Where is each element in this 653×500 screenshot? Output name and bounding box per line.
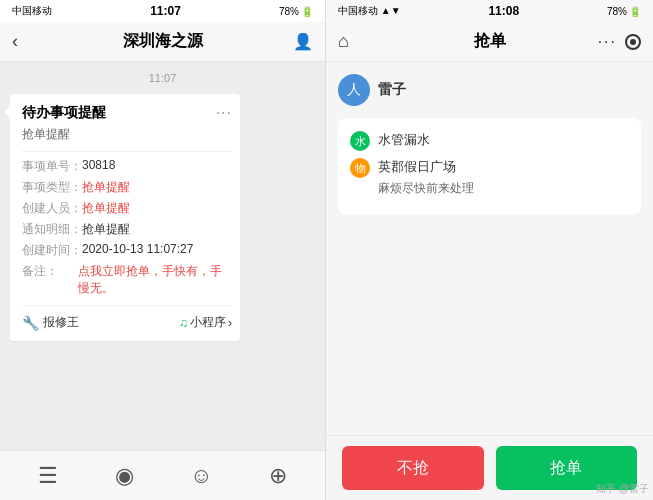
record-inner [630,39,636,45]
right-phone: 中国移动 ▲▼ 11:08 78% 🔋 ⌂ 抢单 ··· 人 雷子 [326,0,653,500]
field-value-creator: 抢单提醒 [82,200,232,217]
avatar-text: 人 [347,81,361,99]
right-nav-title: 抢单 [474,31,506,52]
right-battery: 78% 🔋 [607,6,641,17]
profile-icon[interactable]: 👤 [293,32,313,51]
mini-program-link[interactable]: ♫ 小程序 › [179,314,232,331]
field-label-order-no: 事项单号： [22,158,82,175]
arrow-icon: › [228,316,232,330]
home-icon[interactable]: ⌂ [338,31,349,52]
field-value-time: 2020-10-13 11:07:27 [82,242,232,259]
right-carrier: 中国移动 ▲▼ [338,4,401,18]
field-time: 创建时间： 2020-10-13 11:07:27 [22,242,232,259]
mini-program-label: 小程序 [190,314,226,331]
right-content: 人 雷子 水 水管漏水 物 英郡假日广场 麻烦尽快前来处理 [326,62,653,435]
message-bubble[interactable]: 待办事项提醒 ··· 抢单提醒 事项单号： 30818 事项类型： 抢单提醒 [10,94,240,341]
card-more-icon[interactable]: ··· [216,104,232,122]
info-row-2: 物 英郡假日广场 麻烦尽快前来处理 [350,157,629,197]
left-phone: 中国移动 11:07 78% 🔋 ‹ 深圳海之源 👤 11:07 待办事项提醒 … [0,0,326,500]
field-notice: 通知明细： 抢单提醒 [22,221,232,238]
left-battery: 78% 🔋 [279,6,313,17]
right-status-bar: 中国移动 ▲▼ 11:08 78% 🔋 [326,0,653,22]
right-time: 11:08 [488,4,519,18]
left-nav-bar: ‹ 深圳海之源 👤 [0,22,325,62]
field-order-no: 事项单号： 30818 [22,158,232,175]
right-nav-actions: ··· [598,33,641,51]
field-creator: 创建人员： 抢单提醒 [22,200,232,217]
field-value-order-no: 30818 [82,158,232,175]
location-text: 英郡假日广场 [378,157,474,177]
sound-icon[interactable]: ◉ [115,463,134,489]
reject-button[interactable]: 不抢 [342,446,484,490]
app-name: 报修王 [43,314,79,331]
user-avatar: 人 [338,74,370,106]
left-nav-title: 深圳海之源 [123,31,203,52]
field-type: 事项类型： 抢单提醒 [22,179,232,196]
left-carrier: 中国移动 [12,4,52,18]
chat-time-label: 11:07 [149,72,177,84]
message-row: 待办事项提醒 ··· 抢单提醒 事项单号： 30818 事项类型： 抢单提醒 [10,94,315,341]
add-icon[interactable]: ⊕ [269,463,287,489]
field-value-note: 点我立即抢单，手快有，手慢无。 [78,263,232,297]
field-label-time: 创建时间： [22,242,82,259]
card-header: 待办事项提醒 ··· [22,104,232,122]
note-text: 麻烦尽快前来处理 [378,179,474,197]
water-text: 水管漏水 [378,130,430,150]
back-button[interactable]: ‹ [12,31,18,52]
chat-body: 11:07 待办事项提醒 ··· 抢单提醒 事项单号： 30818 [0,62,325,450]
card-subtitle: 抢单提醒 [22,126,232,143]
todo-card[interactable]: 待办事项提醒 ··· 抢单提醒 事项单号： 30818 事项类型： 抢单提醒 [22,104,232,331]
field-label-type: 事项类型： [22,179,82,196]
card-divider [22,151,232,152]
field-value-notice: 抢单提醒 [82,221,232,238]
footer-app-label: 🔧 报修王 [22,314,79,331]
field-label-creator: 创建人员： [22,200,82,217]
left-time: 11:07 [150,4,181,18]
location-icon: 物 [350,158,370,178]
record-icon[interactable] [625,34,641,50]
field-label-note: 备注： [22,263,78,297]
field-label-notice: 通知明细： [22,221,82,238]
water-icon: 水 [350,131,370,151]
right-nav-bar: ⌂ 抢单 ··· [326,22,653,62]
card-title: 待办事项提醒 [22,104,106,122]
watermark: 知乎 @雷子 [596,482,649,496]
card-footer[interactable]: 🔧 报修王 ♫ 小程序 › [22,305,232,331]
field-note: 备注： 点我立即抢单，手快有，手慢无。 [22,263,232,297]
emoji-icon[interactable]: ☺ [190,463,212,489]
chat-toolbar: ☰ ◉ ☺ ⊕ [0,450,325,500]
mini-program-icon: ♫ [179,316,188,330]
more-icon[interactable]: ··· [598,33,617,51]
left-status-bar: 中国移动 11:07 78% 🔋 [0,0,325,22]
voice-icon[interactable]: ☰ [38,463,58,489]
field-value-type: 抢单提醒 [82,179,232,196]
user-row: 人 雷子 [338,74,641,106]
user-name: 雷子 [378,81,406,99]
app-icon: 🔧 [22,315,39,331]
info-row-1: 水 水管漏水 [350,130,629,151]
info-card: 水 水管漏水 物 英郡假日广场 麻烦尽快前来处理 [338,118,641,215]
